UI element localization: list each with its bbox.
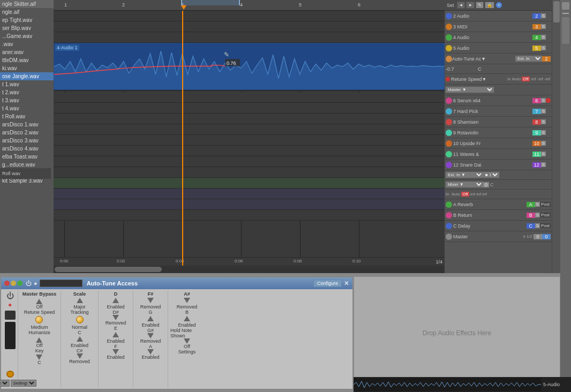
s-btn-4[interactable]: S bbox=[541, 35, 546, 40]
play-btn-10[interactable] bbox=[446, 140, 452, 147]
nav-left-btn[interactable]: ◄ bbox=[457, 2, 465, 9]
fsharp-up-arrow[interactable] bbox=[147, 298, 154, 303]
arr-track-10[interactable] bbox=[54, 146, 445, 156]
file-item-0[interactable]: ngle Skitter.aif bbox=[0, 0, 54, 8]
post-btn-C[interactable]: Post bbox=[540, 223, 551, 228]
v-scroll-thumb[interactable] bbox=[553, 1, 560, 22]
file-item-19[interactable]: elba Toast.wav bbox=[0, 153, 54, 161]
play-btn-B[interactable] bbox=[446, 212, 452, 218]
file-item-3[interactable]: ser Blip.wav bbox=[0, 24, 54, 32]
ext-in-AutoTune[interactable]: Ext. In bbox=[515, 56, 542, 62]
plugin-knob[interactable] bbox=[6, 371, 14, 378]
file-item-1[interactable]: ngle.aif bbox=[0, 8, 54, 16]
dd-12-num[interactable]: ■ 1 bbox=[483, 172, 499, 178]
file-item-11[interactable]: t 2.wav bbox=[0, 88, 54, 96]
arr-track-M[interactable] bbox=[54, 210, 445, 221]
s-btn-A[interactable]: S bbox=[535, 202, 540, 207]
lock-btn[interactable]: 🔒 bbox=[485, 2, 494, 9]
play-btn-11[interactable] bbox=[446, 151, 452, 157]
file-item-14[interactable]: t Roll.wav bbox=[0, 112, 54, 120]
plugin-power-btn[interactable]: ⏻ bbox=[6, 291, 14, 300]
b-up-arrow[interactable] bbox=[184, 316, 190, 321]
file-item-5[interactable]: .wav bbox=[0, 40, 54, 48]
arr-track-C[interactable] bbox=[54, 199, 445, 210]
s-btn-11[interactable]: S bbox=[541, 152, 546, 156]
right-scroll-strip[interactable] bbox=[552, 0, 560, 273]
s-btn-3[interactable]: S bbox=[541, 24, 546, 29]
sidebar-handle[interactable] bbox=[562, 17, 569, 44]
play-btn-5[interactable] bbox=[446, 45, 452, 51]
file-item-20[interactable]: g...educe.wav bbox=[0, 161, 54, 169]
file-item-16[interactable]: arsDisco 2.wav bbox=[0, 129, 54, 137]
plugin-rec-btn[interactable]: ● bbox=[8, 301, 12, 308]
s-btn-7[interactable]: S bbox=[541, 109, 546, 114]
s-btn-B[interactable]: S bbox=[535, 213, 540, 217]
play-btn-AutoTune[interactable] bbox=[446, 56, 452, 62]
csharp-down-arrow[interactable] bbox=[77, 353, 83, 359]
arr-track-8[interactable] bbox=[54, 124, 445, 135]
file-item-8[interactable]: ki.wav bbox=[0, 64, 54, 72]
tracking-knob[interactable] bbox=[76, 316, 84, 323]
plugin-name-input[interactable] bbox=[40, 280, 82, 287]
retune-up-arrow[interactable] bbox=[36, 299, 42, 304]
a-down-arrow[interactable] bbox=[147, 349, 154, 355]
file-item-7[interactable]: ttleDM.wav bbox=[0, 56, 54, 64]
file-item-18[interactable]: arsDisco 4.wav bbox=[0, 145, 54, 153]
arr-track-6[interactable] bbox=[54, 103, 445, 114]
post-btn-B[interactable]: Post bbox=[540, 213, 551, 217]
settings-dd-1[interactable]: Settings bbox=[0, 380, 10, 387]
play-btn-M[interactable] bbox=[446, 233, 452, 240]
win-close[interactable] bbox=[4, 281, 10, 286]
pencil-btn[interactable]: ✎ bbox=[476, 2, 484, 9]
arr-track-11[interactable] bbox=[54, 156, 445, 167]
master-dd[interactable]: Master ▼ bbox=[446, 87, 494, 93]
configure-btn[interactable]: Configure bbox=[313, 280, 342, 287]
play-btn-6[interactable] bbox=[446, 97, 452, 104]
play-btn-9[interactable] bbox=[446, 130, 452, 136]
sidebar-icon-1[interactable] bbox=[562, 2, 569, 10]
e-up-arrow[interactable] bbox=[112, 332, 119, 337]
file-item-15[interactable]: arsDisco 1.wav bbox=[0, 120, 54, 129]
arrangement-area[interactable]: 1 2 3 4 5 6 4-Audio 1 bbox=[54, 0, 445, 273]
file-item-4[interactable]: ...Game.wav bbox=[0, 32, 54, 40]
loop-brace[interactable] bbox=[181, 0, 240, 5]
power-icon[interactable]: ⏻ bbox=[26, 280, 32, 287]
file-item-9[interactable]: ose Jangle.wav bbox=[0, 72, 54, 80]
dd-12-0[interactable]: Ext. In ▼ bbox=[446, 172, 483, 178]
file-item-13[interactable]: t 4.wav bbox=[0, 104, 54, 112]
key-down-arrow[interactable] bbox=[36, 355, 42, 360]
arr-track-B[interactable] bbox=[54, 189, 445, 199]
gsharp-down-arrow[interactable] bbox=[147, 333, 154, 338]
f-down-arrow[interactable] bbox=[112, 349, 119, 355]
d-up-arrow[interactable] bbox=[112, 298, 119, 303]
play-btn-4[interactable] bbox=[446, 34, 452, 41]
scale-c-up-arrow[interactable] bbox=[77, 336, 83, 342]
dsharp-down-arrow[interactable] bbox=[112, 315, 119, 320]
retune-knob[interactable] bbox=[35, 316, 43, 323]
play-btn-C[interactable] bbox=[446, 223, 452, 229]
plugin-close-icon[interactable]: ✕ bbox=[344, 280, 349, 287]
h-scrollbar-thumb[interactable] bbox=[55, 267, 162, 272]
nav-right-btn[interactable]: ► bbox=[466, 2, 475, 9]
play-btn-8[interactable] bbox=[446, 119, 452, 125]
s-btn-12[interactable]: S bbox=[541, 162, 546, 167]
play-btn-12[interactable] bbox=[446, 162, 452, 168]
arr-track-1[interactable] bbox=[54, 11, 445, 21]
add-btn[interactable]: + bbox=[495, 2, 502, 9]
s-btn-2[interactable]: S bbox=[541, 13, 546, 18]
file-item-17[interactable]: arsDisco 3.wav bbox=[0, 137, 54, 145]
file-item-2[interactable]: ep Tight.wav bbox=[0, 16, 54, 24]
win-minimize[interactable] bbox=[11, 281, 16, 286]
arr-track-5[interactable] bbox=[54, 92, 445, 103]
s-btn-8[interactable]: S bbox=[541, 119, 546, 124]
win-maximize[interactable] bbox=[17, 281, 22, 286]
file-item-10[interactable]: t 1.wav bbox=[0, 80, 54, 88]
g-up-arrow[interactable] bbox=[147, 316, 154, 321]
s-btn-10[interactable]: S bbox=[541, 141, 546, 146]
arr-track-4-bg[interactable]: 4-Audio 1 0.76 ✎ bbox=[54, 43, 445, 91]
s-btn-6[interactable]: S bbox=[541, 98, 546, 103]
file-item-6[interactable]: aner.wav bbox=[0, 48, 54, 56]
s-btn-5[interactable]: S bbox=[541, 46, 546, 50]
drop-effects-area[interactable]: Drop Audio Effects Here bbox=[354, 276, 560, 390]
play-btn-7[interactable] bbox=[446, 108, 452, 115]
